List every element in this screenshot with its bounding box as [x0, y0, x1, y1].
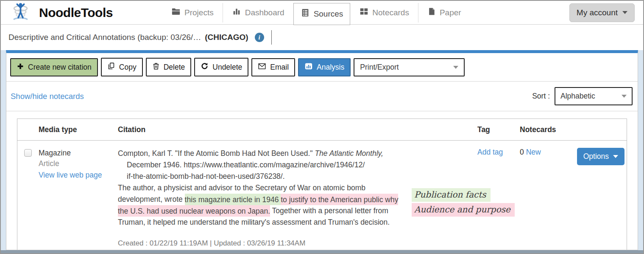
title-divider — [271, 30, 272, 45]
notecards-cell: 0 New Options — [520, 148, 627, 250]
noodletools-figure-icon — [10, 2, 35, 24]
analysis-button[interactable]: Analysis — [298, 58, 351, 76]
nav-tab-label: Notecards — [372, 8, 409, 17]
list-controls-bar: Show/hide notecards Sort : Alphabetic — [6, 82, 638, 111]
media-type-value: Magazine — [39, 148, 118, 158]
annotation-highlight-green: this magazine article in 1946 — [185, 194, 281, 205]
new-notecard-link[interactable]: New — [526, 148, 541, 157]
chevron-down-icon — [453, 66, 458, 69]
plus-icon — [17, 62, 24, 72]
top-navbar: NoodleTools Projects — [1, 1, 643, 25]
nav-tab-label: Sources — [314, 9, 343, 19]
nav-tab-label: Projects — [184, 8, 214, 17]
my-account-label: My account — [577, 8, 618, 17]
annotation-label-publication-facts: Publication facts — [412, 188, 491, 202]
nav-tab-label: Paper — [440, 8, 461, 17]
undelete-redo-icon — [201, 62, 209, 72]
create-new-citation-label: Create new citation — [28, 63, 92, 72]
nav-tab-sources[interactable]: Sources — [293, 3, 351, 25]
media-type-cell: Magazine Article View live web page — [39, 148, 118, 250]
annotation-text: The author, a physicist and advisor to t… — [118, 182, 403, 228]
my-account-button[interactable]: My account — [569, 3, 635, 22]
sort-dropdown[interactable]: Alphabetic — [555, 87, 633, 105]
copy-icon — [107, 62, 115, 72]
content-area: Create new citation Copy — [1, 50, 643, 250]
citation-style-badge: (CHICAGO) — [205, 33, 248, 42]
nav-group: Projects Dashboard — [162, 1, 470, 25]
chevron-down-icon — [622, 95, 627, 98]
table-header-row: Media type Citation Tag Notecards — [17, 119, 627, 141]
bottom-bar — [1, 250, 643, 253]
envelope-icon — [258, 62, 266, 72]
citation-line-2: December 1946. https://www.theatlantic.c… — [118, 159, 403, 171]
nav-tab-projects[interactable]: Projects — [162, 1, 223, 25]
sort-selected-value: Alphabetic — [560, 92, 595, 101]
citation-line-3: if-the-atomic-bomb-had-not-been-used/376… — [118, 171, 403, 182]
copy-label: Copy — [119, 63, 137, 72]
create-new-citation-button[interactable]: Create new citation — [10, 58, 98, 76]
brand-name: NoodleTools — [39, 6, 113, 20]
print-export-dropdown[interactable]: Print/Export — [354, 58, 465, 76]
created-updated-timestamps: Created : 01/22/19 11:19AM | Updated : 0… — [118, 237, 403, 249]
project-title: Descriptive and Critical Annotations (ba… — [8, 33, 201, 42]
email-label: Email — [270, 63, 289, 72]
sources-toolbar: Create new citation Copy — [6, 53, 638, 82]
trash-icon — [152, 62, 160, 72]
notecards-grid-icon — [359, 7, 368, 18]
annotation-labels: Publication facts Audience and purpose — [412, 188, 515, 217]
citation-plain: Compton, Karl T. "If the Atomic Bomb Had… — [118, 149, 315, 158]
header-media-type: Media type — [39, 125, 118, 134]
sources-panel: Create new citation Copy — [6, 50, 638, 250]
options-label: Options — [583, 152, 609, 161]
nav-tab-notecards[interactable]: Notecards — [350, 1, 418, 25]
nav-tab-label: Dashboard — [245, 8, 284, 17]
header-citation: Citation — [118, 125, 477, 134]
citation-text: Compton, Karl T. "If the Atomic Bomb Had… — [118, 148, 403, 249]
copy-button[interactable]: Copy — [101, 58, 143, 76]
delete-button[interactable]: Delete — [146, 58, 192, 76]
header-tag: Tag — [477, 125, 520, 134]
view-live-web-page-link[interactable]: View live web page — [39, 170, 102, 181]
source-list-icon — [301, 8, 310, 20]
folder-icon — [171, 7, 181, 18]
row-checkbox[interactable] — [24, 149, 32, 157]
citation-cell: Compton, Karl T. "If the Atomic Bomb Had… — [118, 148, 477, 250]
header-notecards: Notecards — [520, 125, 627, 134]
citation-line-1: Compton, Karl T. "If the Atomic Bomb Had… — [118, 148, 403, 159]
chevron-down-icon — [622, 11, 627, 14]
undelete-button[interactable]: Undelete — [194, 58, 248, 76]
citation-source-title: The Atlantic Monthly, — [315, 149, 383, 158]
header-checkbox-spacer — [17, 125, 39, 134]
table-row: Magazine Article View live web page Comp… — [17, 141, 627, 250]
annotation-label-audience-purpose: Audience and purpose — [412, 203, 515, 217]
app-window: NoodleTools Projects — [0, 0, 644, 254]
notecards-count: 0 — [520, 148, 524, 157]
undelete-label: Undelete — [212, 63, 242, 72]
info-icon[interactable]: i — [255, 33, 264, 42]
options-button[interactable]: Options — [577, 148, 624, 165]
media-subtype-value: Article — [39, 158, 118, 169]
add-tag-link[interactable]: Add tag — [477, 148, 503, 156]
nav-tab-paper[interactable]: Paper — [418, 1, 470, 25]
print-export-label: Print/Export — [360, 63, 399, 72]
sources-table: Media type Citation Tag Notecards Magazi… — [17, 119, 627, 250]
chevron-down-icon — [613, 155, 618, 158]
analysis-chart-icon — [304, 62, 313, 72]
bar-chart-icon — [232, 7, 241, 18]
show-hide-notecards-link[interactable]: Show/hide notecards — [11, 92, 84, 101]
email-button[interactable]: Email — [251, 58, 295, 76]
sort-label: Sort : — [532, 92, 550, 101]
project-title-bar: Descriptive and Critical Annotations (ba… — [1, 25, 643, 50]
sort-control: Sort : Alphabetic — [532, 87, 633, 105]
paper-document-icon — [427, 7, 436, 18]
noodletools-logo[interactable]: NoodleTools — [10, 2, 113, 24]
analysis-label: Analysis — [317, 63, 344, 72]
delete-label: Delete — [164, 63, 185, 72]
nav-tab-dashboard[interactable]: Dashboard — [223, 1, 293, 25]
